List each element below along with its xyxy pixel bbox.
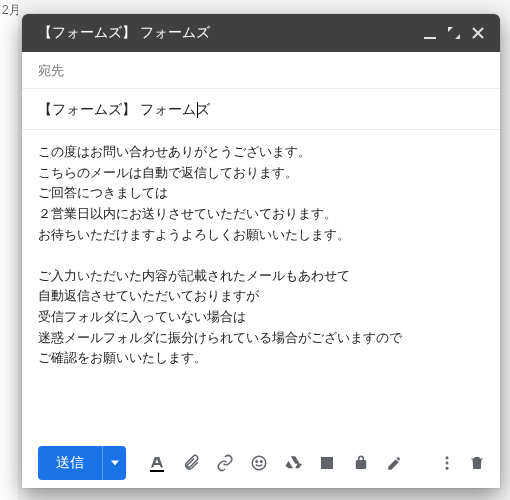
subject-text: 【フォームズ】 フォームズ	[38, 101, 210, 117]
drive-icon	[284, 454, 302, 472]
body-line: 自動返信させていただいておりますが	[38, 286, 484, 307]
expand-button[interactable]	[442, 21, 466, 45]
svg-point-3	[261, 461, 263, 463]
svg-point-6	[446, 467, 449, 470]
discard-button[interactable]	[462, 448, 492, 478]
link-icon	[216, 454, 234, 472]
drive-button[interactable]	[278, 448, 308, 478]
body-line: こちらのメールは自動で返信しております。	[38, 163, 484, 184]
body-line: ２営業日以内にお送りさせていただいております。	[38, 204, 484, 225]
minimize-icon	[423, 26, 437, 40]
link-button[interactable]	[210, 448, 240, 478]
attach-button[interactable]	[176, 448, 206, 478]
confidential-button[interactable]	[346, 448, 376, 478]
body-line: ご確認をお願いいたします。	[38, 348, 484, 369]
background-date: 2月25日	[0, 2, 18, 25]
message-body[interactable]: この度はお問い合わせありがとうございます。こちらのメールは自動で返信しております…	[22, 130, 500, 438]
lock-clock-icon	[352, 454, 370, 472]
background-sidebar: 2月25日	[0, 0, 18, 500]
compose-window: 【フォームズ】 フォームズ 宛先 【フォームズ】 フォームズ この度はお問い合わ…	[22, 14, 500, 488]
svg-point-2	[256, 461, 258, 463]
expand-icon	[447, 26, 461, 40]
compose-header[interactable]: 【フォームズ】 フォームズ	[22, 14, 500, 52]
close-icon	[471, 26, 485, 40]
to-field[interactable]: 宛先	[22, 52, 500, 89]
body-line: ご回答につきましては	[38, 183, 484, 204]
body-line	[38, 245, 484, 266]
compose-toolbar: 送信	[22, 438, 500, 488]
body-line: この度はお問い合わせありがとうございます。	[38, 142, 484, 163]
subject-field[interactable]: 【フォームズ】 フォームズ	[22, 89, 500, 130]
body-line: ご入力いただいた内容が記載されたメールもあわせて	[38, 266, 484, 287]
more-vert-icon	[438, 454, 456, 472]
formatting-button[interactable]	[142, 448, 172, 478]
svg-point-4	[446, 456, 449, 459]
body-line: 受信フォルダに入っていない場合は	[38, 307, 484, 328]
more-button[interactable]	[432, 448, 462, 478]
photo-button[interactable]	[312, 448, 342, 478]
minimize-button[interactable]	[418, 21, 442, 45]
send-button[interactable]: 送信	[38, 446, 102, 480]
compose-title: 【フォームズ】 フォームズ	[38, 24, 418, 42]
compose-body: 宛先 【フォームズ】 フォームズ この度はお問い合わせありがとうございます。こち…	[22, 52, 500, 488]
svg-point-5	[446, 462, 449, 465]
pen-icon	[386, 454, 404, 472]
paperclip-icon	[182, 454, 200, 472]
emoji-button[interactable]	[244, 448, 274, 478]
body-line: お待ちいただけますようよろしくお願いいたします。	[38, 225, 484, 246]
to-label: 宛先	[38, 63, 64, 78]
image-icon	[318, 454, 336, 472]
trash-icon	[468, 454, 486, 472]
body-line: 迷惑メールフォルダに振分けられている場合がございますので	[38, 328, 484, 349]
emoji-icon	[250, 454, 268, 472]
close-button[interactable]	[466, 21, 490, 45]
send-options-button[interactable]	[102, 446, 126, 480]
text-caret	[197, 102, 198, 118]
sign-button[interactable]	[380, 448, 410, 478]
svg-point-1	[252, 456, 266, 470]
send-group: 送信	[38, 446, 126, 480]
svg-rect-0	[424, 37, 436, 39]
triangle-down-icon	[111, 459, 119, 467]
